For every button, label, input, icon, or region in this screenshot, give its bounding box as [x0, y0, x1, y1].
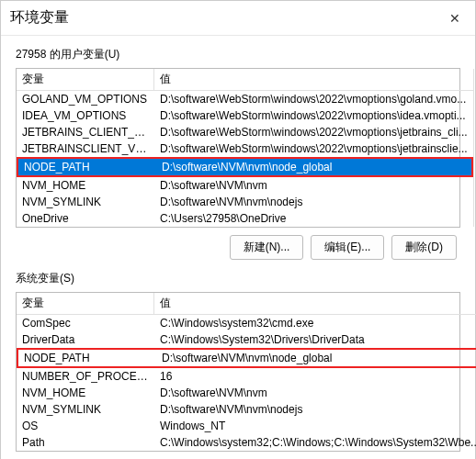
cell-val: D:\software\WebStorm\windows\2022\vmopti…	[154, 107, 473, 124]
system-vars-table: 变量 值 ComSpecC:\Windows\system32\cmd.exeD…	[16, 292, 460, 452]
table-row[interactable]: PathC:\Windows\system32;C:\Windows;C:\Wi…	[17, 434, 476, 451]
cell-val: D:\software\NVM\nvm\node_global	[156, 159, 471, 175]
system-vars-label: 系统变量(S)	[16, 271, 460, 286]
cell-var: ComSpec	[17, 315, 154, 331]
user-table-header: 变量 值	[17, 69, 473, 91]
user-buttons: 新建(N)... 编辑(E)... 删除(D)	[16, 228, 460, 269]
system-header-val[interactable]: 值	[154, 293, 476, 314]
system-header-var[interactable]: 变量	[17, 293, 154, 314]
cell-var: NODE_PATH	[18, 350, 156, 366]
cell-var: JETBRAINS_CLIENT_VM_O...	[17, 124, 154, 140]
table-row[interactable]: DriverDataC:\Windows\System32\Drivers\Dr…	[17, 331, 476, 348]
user-new-button[interactable]: 新建(N)...	[230, 235, 304, 260]
table-row[interactable]: IDEA_VM_OPTIONSD:\software\WebStorm\wind…	[17, 107, 473, 124]
table-row[interactable]: ComSpecC:\Windows\system32\cmd.exe	[17, 315, 476, 331]
cell-val: D:\software\NVM\nvm	[154, 177, 473, 194]
cell-var: OneDrive	[17, 210, 154, 227]
user-edit-button[interactable]: 编辑(E)...	[311, 235, 384, 260]
system-table-body: ComSpecC:\Windows\system32\cmd.exeDriver…	[17, 315, 476, 451]
dialog-content: 27958 的用户变量(U) 变量 值 GOLAND_VM_OPTIONSD:\…	[1, 36, 475, 459]
table-row[interactable]: JETBRAINSCLIENT_VM_OP...D:\software\WebS…	[17, 140, 473, 157]
cell-var: NODE_PATH	[18, 159, 156, 175]
cell-var: JETBRAINSCLIENT_VM_OP...	[17, 140, 154, 157]
cell-var: Path	[17, 434, 154, 451]
cell-val: D:\software\NVM\nvm\nodejs	[154, 401, 476, 418]
cell-var: NVM_HOME	[17, 385, 154, 401]
cell-val: D:\software\WebStorm\windows\2022\vmopti…	[154, 124, 473, 140]
cell-var: IDEA_VM_OPTIONS	[17, 107, 154, 124]
dialog-title: 环境变量	[10, 8, 69, 28]
titlebar: 环境变量 ✕	[1, 1, 475, 36]
cell-var: DriverData	[17, 331, 154, 348]
table-row[interactable]: NUMBER_OF_PROCESSORS16	[17, 368, 476, 385]
table-row[interactable]: NVM_SYMLINKD:\software\NVM\nvm\nodejs	[17, 194, 473, 210]
user-delete-button[interactable]: 删除(D)	[391, 235, 457, 260]
table-row[interactable]: NODE_PATHD:\software\NVM\nvm\node_global	[17, 348, 476, 368]
user-vars-label: 27958 的用户变量(U)	[16, 47, 460, 62]
cell-val: D:\software\WebStorm\windows\2022\vmopti…	[154, 91, 473, 107]
system-buttons: 新建(W)... 编辑(I)... 删除(L)	[16, 452, 460, 459]
cell-val: Windows_NT	[154, 418, 476, 434]
user-vars-table: 变量 值 GOLAND_VM_OPTIONSD:\software\WebSto…	[16, 68, 460, 228]
cell-var: OS	[17, 418, 154, 434]
cell-var: NUMBER_OF_PROCESSORS	[17, 368, 154, 385]
user-table-body: GOLAND_VM_OPTIONSD:\software\WebStorm\wi…	[17, 91, 473, 227]
table-row[interactable]: GOLAND_VM_OPTIONSD:\software\WebStorm\wi…	[17, 91, 473, 107]
table-row[interactable]: NVM_HOMED:\software\NVM\nvm	[17, 385, 476, 401]
cell-var: GOLAND_VM_OPTIONS	[17, 91, 154, 107]
user-header-val[interactable]: 值	[154, 69, 473, 90]
user-header-var[interactable]: 变量	[17, 69, 154, 90]
cell-val: C:\Windows\system32;C:\Windows;C:\Window…	[154, 434, 476, 451]
user-scrollbar[interactable]	[473, 69, 474, 227]
cell-val: C:\Windows\System32\Drivers\DriverData	[154, 331, 476, 348]
cell-var: NVM_HOME	[17, 177, 154, 194]
table-row[interactable]: JETBRAINS_CLIENT_VM_O...D:\software\WebS…	[17, 124, 473, 140]
system-table-header: 变量 值	[17, 293, 476, 315]
table-row[interactable]: NVM_HOMED:\software\NVM\nvm	[17, 177, 473, 194]
cell-val: D:\software\WebStorm\windows\2022\vmopti…	[154, 140, 473, 157]
cell-val: C:\Users\27958\OneDrive	[154, 210, 473, 227]
table-row[interactable]: OneDriveC:\Users\27958\OneDrive	[17, 210, 473, 227]
env-vars-dialog: 环境变量 ✕ 27958 的用户变量(U) 变量 值 GOLAND_VM_OPT…	[0, 0, 476, 459]
cell-val: D:\software\NVM\nvm	[154, 385, 476, 401]
table-row[interactable]: NODE_PATHD:\software\NVM\nvm\node_global	[17, 157, 473, 177]
cell-val: C:\Windows\system32\cmd.exe	[154, 315, 476, 331]
cell-val: D:\software\NVM\nvm\node_global	[156, 350, 476, 366]
table-row[interactable]: NVM_SYMLINKD:\software\NVM\nvm\nodejs	[17, 401, 476, 418]
cell-val: D:\software\NVM\nvm\nodejs	[154, 194, 473, 210]
table-row[interactable]: OSWindows_NT	[17, 418, 476, 434]
cell-val: 16	[154, 368, 476, 385]
cell-var: NVM_SYMLINK	[17, 401, 154, 418]
cell-var: NVM_SYMLINK	[17, 194, 154, 210]
close-icon[interactable]: ✕	[444, 9, 466, 28]
